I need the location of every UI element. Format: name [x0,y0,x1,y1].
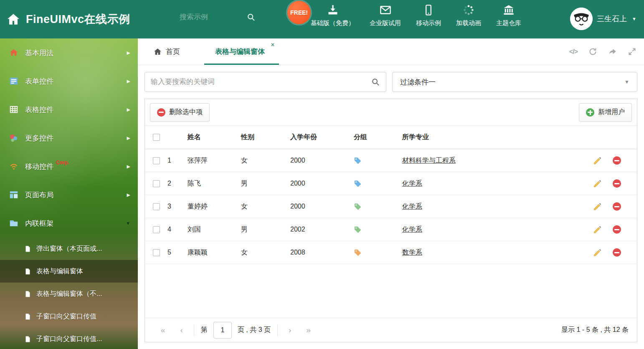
bank-icon [503,4,515,16]
sidebar-item-iframe[interactable]: 内联框架 ▼ [0,209,138,237]
sidebar-item-form-controls[interactable]: 表单控件 ▶ [0,67,138,95]
sidebar-item-label: 基本用法 [25,48,53,58]
filter-dropdown[interactable]: 过滤条件一 ▼ [392,72,637,92]
first-page-icon[interactable]: « [153,326,173,335]
search-icon[interactable] [371,77,380,87]
major-link[interactable]: 化学系 [402,203,422,210]
grid-toolbar: 删除选中项 新增用户 [145,99,637,126]
sidebar-subitem-label: 子窗口向父窗口传值... [36,335,102,344]
file-icon [24,336,31,343]
brand[interactable]: FineUIMvc在线示例 [7,12,130,27]
tab-tools: </> [569,38,636,65]
sidebar-subitem-popup-window[interactable]: 弹出窗体（本页面或... [0,237,138,260]
edit-pencil-icon[interactable] [593,156,602,165]
filter-dropdown-value: 过滤条件一 [400,77,436,87]
nav-loading-anim[interactable]: 加载动画 [456,4,481,27]
share-arrow-icon[interactable] [608,47,617,56]
major-link[interactable]: 材料科学与工程系 [402,157,456,164]
search-icon[interactable] [246,13,256,22]
tab-grid-edit-window[interactable]: 表格与编辑窗体 ✕ [204,38,279,65]
app-title: FineUIMvc在线示例 [26,12,130,27]
cell-name: 董婷婷 [188,202,241,211]
view-source-icon[interactable]: </> [569,48,578,56]
cell-year: 2000 [290,157,354,164]
keyword-search-input[interactable] [151,78,371,86]
last-page-icon[interactable]: » [299,326,318,335]
table-icon [9,105,18,114]
spinner-icon [463,4,474,16]
delete-row-icon[interactable] [613,179,621,188]
file-icon [24,290,31,298]
cell-name: 张萍萍 [188,156,241,165]
edit-pencil-icon[interactable] [593,225,602,234]
nav-label: 移动示例 [416,19,441,27]
row-number: 5 [167,249,188,256]
tab-home[interactable]: 首页 [143,38,191,65]
nav-theme-repo[interactable]: 主题仓库 [496,4,521,27]
header-search-input[interactable] [180,13,246,21]
edit-pencil-icon[interactable] [593,248,602,257]
sidebar-subitem-grid-edit-window-2[interactable]: 表格与编辑窗体（不... [0,283,138,305]
prev-page-icon[interactable]: ‹ [173,326,190,335]
sidebar-subitem-label: 表格与编辑窗体（不... [36,290,102,298]
nav-basic-free[interactable]: 基础版（免费） [311,4,355,27]
delete-row-icon[interactable] [613,156,621,165]
table-row: 1 张萍萍 女 2000 材料科学与工程系 [145,149,637,172]
expand-icon[interactable] [628,47,636,56]
refresh-icon[interactable] [588,47,597,56]
cell-name: 康颖颖 [188,248,241,257]
row-checkbox[interactable] [153,249,160,256]
header-cell-major: 所学专业 [402,133,587,142]
table-row: 2 陈飞 男 2000 化学系 [145,172,637,195]
row-checkbox[interactable] [153,180,160,187]
delete-row-icon[interactable] [613,225,621,234]
home-icon [154,48,162,56]
user-menu[interactable]: 三生石上 ▼ [570,8,636,30]
delete-row-icon[interactable] [613,248,621,257]
next-page-icon[interactable]: › [281,326,299,335]
major-link[interactable]: 化学系 [402,226,422,233]
row-number: 3 [167,203,188,210]
sidebar-subitem-label: 表格与编辑窗体 [36,267,83,276]
nav-enterprise-trial[interactable]: 企业版试用 [370,4,401,27]
sidebar-item-label: 表格控件 [25,105,53,115]
row-checkbox[interactable] [153,226,160,233]
major-link[interactable]: 化学系 [402,180,422,187]
page-number-input[interactable] [213,322,232,339]
tag-icon [354,249,402,257]
row-checkbox[interactable] [153,157,160,164]
major-link[interactable]: 数学系 [402,249,422,256]
table-row: 4 刘国 男 2002 化学系 [145,218,637,241]
sidebar-subitem-grid-edit-window[interactable]: 表格与编辑窗体 [0,260,138,283]
top-header: FineUIMvc在线示例 FREE! 基础版（免费） 企业版试用 移动示例 [0,0,644,38]
sidebar-subitem-child-to-parent-2[interactable]: 子窗口向父窗口传值... [0,328,138,349]
corp-badge: Corp. [56,160,69,166]
home-icon [7,13,20,26]
sidebar-item-basic-usage[interactable]: 基本用法 ▶ [0,38,138,67]
header-search [180,13,267,22]
main-area: 首页 表格与编辑窗体 ✕ </> [138,38,644,349]
cell-year: 2000 [290,203,354,210]
table-row: 5 康颖颖 女 2008 数学系 [145,241,637,264]
edit-pencil-icon[interactable] [593,179,602,188]
tab-close-icon[interactable]: ✕ [271,42,275,48]
sidebar-item-table-controls[interactable]: 表格控件 ▶ [0,95,138,124]
table-row: 3 董婷婷 女 2000 化学系 [145,195,637,218]
add-user-button[interactable]: 新增用户 [579,103,632,122]
nav-mobile-demo[interactable]: 移动示例 [416,4,441,27]
delete-selected-button[interactable]: 删除选中项 [150,103,210,122]
cell-gender: 女 [241,202,290,211]
select-all-checkbox[interactable] [153,134,160,141]
delete-row-icon[interactable] [613,202,621,211]
avatar [570,8,593,30]
sidebar-item-page-layout[interactable]: 页面布局 ▶ [0,181,138,209]
row-checkbox[interactable] [153,203,160,210]
divider [194,324,194,336]
table-header-row: 姓名 性别 入学年份 分组 所学专业 [145,126,637,149]
sidebar-subitem-child-to-parent[interactable]: 子窗口向父窗口传值 [0,305,138,328]
sidebar-item-mobile-controls[interactable]: 移动控件 Corp. ▶ [0,152,138,181]
sidebar-item-more-controls[interactable]: 更多控件 ▶ [0,124,138,152]
cell-gender: 女 [241,156,290,165]
chevron-right-icon: ▶ [127,192,130,198]
edit-pencil-icon[interactable] [593,202,602,211]
